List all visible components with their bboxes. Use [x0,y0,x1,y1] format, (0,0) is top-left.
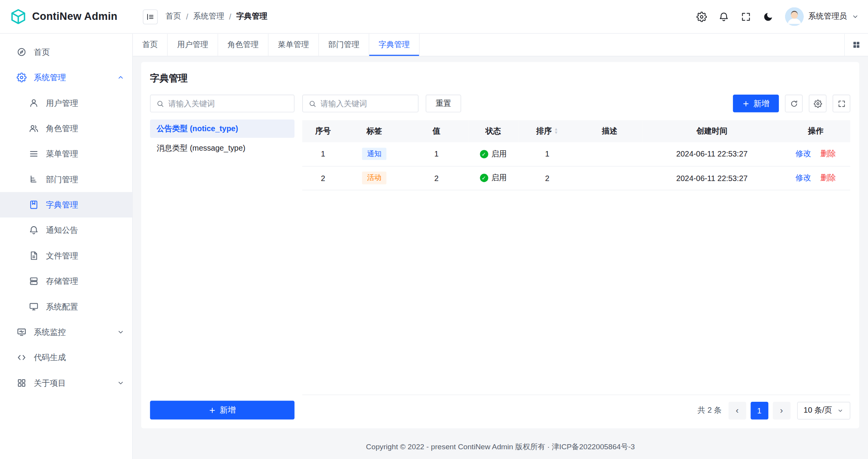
column-header-desc: 描述 [576,120,643,142]
sidebar-item-label: 系统监控 [34,327,66,337]
sidebar-item-system-management[interactable]: 系统管理 [0,65,132,90]
tree-icon [29,174,39,185]
dict-type-list: 公告类型 (notice_type) 消息类型 (message_type) [150,120,294,157]
main-area: 首页 用户管理 角色管理 菜单管理 部门管理 字典管理 字典管理 [133,34,868,459]
file-icon [29,251,39,261]
column-header-sort-label: 排序 [536,126,552,136]
sidebar-item-role-management[interactable]: 角色管理 [0,116,132,141]
tab-dict-management[interactable]: 字典管理 [369,34,419,56]
user-menu[interactable]: 系统管理员 [785,7,859,26]
tab-menu-management[interactable]: 菜单管理 [268,34,319,56]
copyright-text: Copyright © 2022 - present ContiNew Admi… [366,442,635,452]
dict-item-search [302,95,419,112]
pagination-total: 共 2 条 [697,406,722,416]
refresh-button[interactable] [785,95,803,112]
fullscreen-button[interactable] [741,11,751,22]
sidebar-item-label: 首页 [34,47,50,57]
next-page-button[interactable]: › [773,402,790,419]
add-dict-type-button[interactable]: 新增 [150,401,294,419]
tag-badge: 活动 [362,172,387,184]
gear-icon [813,99,822,107]
dict-type-search-input[interactable] [168,99,288,108]
plus-icon [209,406,216,413]
sidebar-item-label: 代码生成 [34,352,66,363]
edit-link[interactable]: 修改 [796,173,811,182]
tab-home[interactable]: 首页 [133,34,168,56]
sidebar-item-label: 用户管理 [46,98,78,108]
fullscreen-icon [837,99,845,107]
app-window: ContiNew Admin 首页 / 系统管理 / 字典管理 [0,0,868,459]
user-icon [29,98,39,108]
sidebar-item-user-management[interactable]: 用户管理 [0,90,132,116]
column-header-status: 状态 [468,120,518,142]
chevron-down-icon [837,407,843,414]
dict-type-item-message[interactable]: 消息类型 (message_type) [150,139,294,157]
toolbar-actions: 新增 [733,95,850,112]
tab-user-management[interactable]: 用户管理 [168,34,218,56]
table-settings-button[interactable] [809,95,826,112]
add-dict-type-label: 新增 [220,405,236,415]
notifications-button[interactable] [718,11,729,22]
tab-role-management[interactable]: 角色管理 [218,34,268,56]
sidebar-item-dict-management[interactable]: 字典管理 [0,192,132,217]
sidebar-item-menu-management[interactable]: 菜单管理 [0,141,132,166]
column-header-created: 创建时间 [643,120,781,142]
page-size-select[interactable]: 10 条/页 [797,402,850,419]
tab-dept-management[interactable]: 部门管理 [319,34,369,56]
sidebar-item-system-monitor[interactable]: 系统监控 [0,319,132,345]
sidebar-item-about[interactable]: 关于项目 [0,370,132,396]
breadcrumb-current: 字典管理 [236,12,268,22]
table-fullscreen-button[interactable] [833,95,850,112]
dict-type-item-notice[interactable]: 公告类型 (notice_type) [150,120,294,138]
sidebar-item-code-generation[interactable]: 代码生成 [0,345,132,370]
cell-desc [576,142,643,166]
settings-button[interactable] [696,11,707,22]
page-number-button[interactable]: 1 [750,402,768,419]
caret-down-icon: ▼ [554,131,558,135]
code-icon [17,353,27,363]
table-header-row: 序号 标签 值 状态 排序 [302,120,850,142]
edit-link[interactable]: 修改 [796,149,811,158]
tab-actions-button[interactable] [844,34,868,56]
prev-page-button[interactable]: ‹ [728,402,746,419]
column-header-value: 值 [405,120,468,142]
sort-toggle[interactable]: ▲ ▼ [554,128,558,135]
status-badge: ✓启用 [480,149,507,159]
dark-mode-button[interactable] [763,11,773,22]
sidebar-item-file-management[interactable]: 文件管理 [0,243,132,268]
avatar [785,7,804,26]
refresh-icon [790,99,798,107]
tag-badge: 通知 [362,148,387,160]
sidebar-item-notice[interactable]: 通知公告 [0,218,132,243]
dict-card: 字典管理 公告类型 (notice_type) 消息类型 (message_ty… [141,62,859,428]
breadcrumb-home[interactable]: 首页 [166,12,181,22]
breadcrumb-separator: / [186,12,188,21]
sidebar-item-storage-management[interactable]: 存储管理 [0,268,132,294]
sidebar-item-system-config[interactable]: 系统配置 [0,294,132,319]
cell-value: 2 [405,166,468,190]
sidebar-item-home[interactable]: 首页 [0,39,132,65]
chevron-down-icon [851,13,859,21]
sidebar-item-label: 文件管理 [46,250,78,261]
dict-type-panel: 公告类型 (notice_type) 消息类型 (message_type) 新… [150,95,294,419]
cell-sort: 1 [518,142,576,166]
delete-link[interactable]: 删除 [820,149,836,158]
sidebar-item-dept-management[interactable]: 部门管理 [0,167,132,192]
add-dict-item-button[interactable]: 新增 [733,95,779,112]
sidebar-collapse-button[interactable] [143,9,158,24]
breadcrumb-system[interactable]: 系统管理 [193,12,224,22]
column-header-index: 序号 [302,120,344,142]
dict-table: 序号 标签 值 状态 排序 [302,120,850,395]
plus-icon [742,100,749,107]
sidebar-item-label: 部门管理 [46,174,78,185]
reset-button[interactable]: 重置 [426,95,461,112]
check-circle-icon: ✓ [480,174,488,182]
dict-item-search-input[interactable] [320,99,412,108]
header-actions: 系统管理员 [696,7,859,26]
sidebar: 首页 系统管理 用户管理 角色管理 菜单管理 部门管理 [0,34,133,459]
breadcrumb-separator: / [229,12,231,21]
grid-icon [17,378,27,388]
page-size-value: 10 条/页 [804,406,832,416]
app-logo[interactable]: ContiNew Admin [0,0,133,33]
delete-link[interactable]: 删除 [820,173,836,182]
